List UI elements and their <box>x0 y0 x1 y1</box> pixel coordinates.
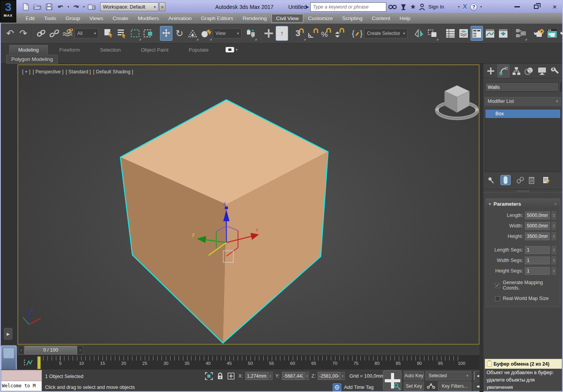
y-coord-field[interactable] <box>282 372 304 380</box>
window-crossing-toggle-icon[interactable] <box>142 26 155 41</box>
select-and-scale-icon[interactable] <box>186 26 199 41</box>
select-and-manipulate-icon[interactable] <box>262 26 275 41</box>
sign-in-person-icon[interactable] <box>419 3 425 10</box>
remove-modifier-icon[interactable] <box>527 175 537 185</box>
communication-center-icon[interactable] <box>400 3 407 10</box>
minimize-button[interactable] <box>514 6 520 7</box>
menu-animation[interactable]: Animation <box>163 14 196 23</box>
ribbon-tab-selection[interactable]: Selection <box>92 45 129 54</box>
ribbon-tab-populate[interactable]: Populate <box>180 45 217 54</box>
real-world-map-size-checkbox[interactable] <box>495 296 500 301</box>
select-by-name-icon[interactable] <box>116 26 128 41</box>
menu-group[interactable]: Group <box>61 14 85 23</box>
tab-motion[interactable] <box>523 64 535 78</box>
ribbon-tab-freeform[interactable]: Freeform <box>51 45 89 54</box>
panel-splitter[interactable] <box>480 64 483 392</box>
menu-views[interactable]: Views <box>85 14 108 23</box>
selection-lock-toggle-icon[interactable] <box>215 372 225 380</box>
x-coord-field[interactable] <box>245 372 268 380</box>
project-folder-button[interactable] <box>87 3 96 11</box>
width-segs-spinner[interactable] <box>552 257 556 264</box>
tab-modify[interactable] <box>497 64 509 78</box>
redo-flyout-arrow[interactable]: ▾ <box>83 5 85 9</box>
search-collapse-arrow[interactable]: ▶ <box>306 5 309 9</box>
menu-customize[interactable]: Customize <box>303 14 337 23</box>
named-selection-sets-dropdown[interactable]: Create Selection Se ▾ <box>364 28 408 38</box>
viewport-menu-general[interactable]: [ + ] <box>22 69 30 75</box>
show-end-result-icon[interactable] <box>500 175 511 185</box>
menu-modifiers[interactable]: Modifiers <box>133 14 164 23</box>
height-segs-field[interactable] <box>525 267 550 275</box>
maxscript-mini-listener[interactable]: Welcome to M <box>1 370 42 391</box>
tab-hierarchy[interactable] <box>510 64 522 78</box>
bind-to-space-warp-icon[interactable] <box>61 26 74 41</box>
schematic-view-icon[interactable] <box>497 26 509 41</box>
z-coord-spinner[interactable] <box>341 372 345 380</box>
z-coord-field[interactable] <box>318 372 340 380</box>
spinner-snap-toggle-icon[interactable] <box>333 26 346 41</box>
current-time-marker[interactable] <box>37 356 41 369</box>
new-file-button[interactable] <box>21 3 30 11</box>
help-dropdown-arrow[interactable]: ▾ <box>480 5 482 9</box>
absolute-mode-transform-toggle-icon[interactable] <box>226 372 236 380</box>
object-color-swatch[interactable] <box>561 82 561 92</box>
y-coord-spinner[interactable] <box>305 372 309 380</box>
align-icon[interactable] <box>426 26 439 41</box>
tab-create[interactable] <box>485 64 497 78</box>
select-and-move-button[interactable] <box>160 26 172 41</box>
length-segs-spinner[interactable] <box>552 246 556 254</box>
length-spinner[interactable] <box>552 212 556 219</box>
add-time-tag-icon[interactable] <box>333 383 341 391</box>
clipboard-notification[interactable]: Буфер обмена (2 из 24) Объект не добавле… <box>485 359 562 391</box>
angle-snap-toggle-icon[interactable] <box>307 26 319 41</box>
menu-graph-editors[interactable]: Graph Editors <box>196 14 238 23</box>
parameters-rollout-header[interactable]: ▾ Parameters ≡ <box>486 199 560 209</box>
undo-icon[interactable]: ↶ <box>4 26 16 41</box>
percent-snap-toggle-icon[interactable]: % <box>320 26 332 41</box>
add-time-tag-label[interactable]: Add Time Tag <box>344 385 374 390</box>
snaps-toggle-3d-icon[interactable]: 3 <box>294 26 306 41</box>
help-icon[interactable]: ? <box>470 3 477 10</box>
search-icon[interactable] <box>388 3 397 10</box>
render-setup-icon[interactable] <box>533 26 545 41</box>
sign-in-label[interactable]: Sign In <box>428 4 444 10</box>
viewport-menu-pov[interactable]: [ Perspective ] <box>33 69 63 75</box>
height-spinner[interactable] <box>552 232 556 240</box>
viewport-menu-shading[interactable]: [ Default Shading ] <box>93 69 133 75</box>
time-slider-row[interactable]: ‹ 0 / 100 › <box>17 345 480 356</box>
toggle-layer-explorer-icon[interactable] <box>457 26 470 41</box>
previous-frame-button[interactable]: ‹ <box>18 346 24 354</box>
menu-create[interactable]: Create <box>108 14 133 23</box>
open-file-button[interactable] <box>33 3 42 11</box>
isolate-selection-toggle-icon[interactable] <box>204 372 214 380</box>
menu-content[interactable]: Content <box>367 14 395 23</box>
macro-recorder-line[interactable] <box>1 370 42 381</box>
ribbon-tab-object-paint[interactable]: Object Paint <box>132 45 177 54</box>
x-coord-spinner[interactable] <box>268 372 273 380</box>
ribbon-toggle-button[interactable] <box>471 26 483 41</box>
menu-rendering[interactable]: Rendering <box>238 14 271 23</box>
length-field[interactable] <box>525 212 550 219</box>
ribbon-display-options-icon[interactable] <box>226 47 234 52</box>
rollout-divider[interactable] <box>483 189 562 193</box>
use-pivot-point-center-icon[interactable] <box>245 26 257 41</box>
next-frame-button[interactable]: › <box>77 346 83 354</box>
configure-modifier-sets-icon[interactable] <box>541 175 551 185</box>
rendered-frame-window-icon[interactable] <box>546 26 558 41</box>
redo-icon[interactable]: ↷ <box>17 26 30 41</box>
ribbon-panel-polygon-modeling[interactable]: Polygon Modeling <box>6 55 58 64</box>
set-key-button[interactable]: Set Key <box>404 382 424 391</box>
rectangular-selection-region-icon[interactable] <box>129 26 141 41</box>
edit-named-selection-sets-icon[interactable]: { } <box>351 26 363 41</box>
workspace-dropdown[interactable]: Workspace: Default ▾ <box>100 2 158 11</box>
undo-flyout-arrow[interactable]: ▾ <box>68 5 69 9</box>
menu-help[interactable]: Help <box>395 14 415 23</box>
rollout-menu-icon[interactable]: ≡ <box>554 202 557 206</box>
perspective-viewport[interactable]: z y x <box>17 64 480 345</box>
select-and-link-icon[interactable] <box>35 26 47 41</box>
redo-button[interactable] <box>71 3 81 11</box>
menu-edit[interactable]: Edit <box>21 14 39 23</box>
workspace-menu-button[interactable]: ≡ <box>159 2 165 11</box>
tab-utilities[interactable] <box>549 64 561 78</box>
keyboard-shortcut-override-button[interactable]: ↑ <box>276 26 288 41</box>
